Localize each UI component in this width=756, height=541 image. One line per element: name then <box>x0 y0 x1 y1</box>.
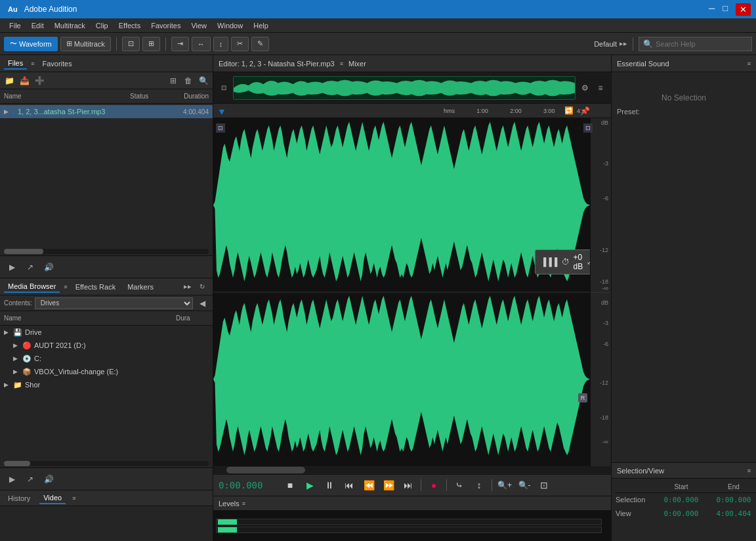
sv-selection-label: Selection <box>616 493 655 507</box>
vbox-icon: 📦 <box>22 368 32 376</box>
multitrack-button[interactable]: ⊞ Multitrack <box>60 37 111 51</box>
next-button[interactable]: ⏭ <box>401 478 415 492</box>
waveform-hscrollbar[interactable] <box>213 467 611 473</box>
search-input[interactable] <box>656 40 747 48</box>
new-folder-btn[interactable]: 📁 <box>3 74 16 87</box>
stop-button[interactable]: ■ <box>283 478 297 492</box>
files-list: ▶ ♪ 1, 2, 3...atasha St-Pier.mp3 4:00.40… <box>0 104 213 248</box>
title-controls[interactable]: ─ □ ✕ <box>709 3 751 16</box>
pause-button[interactable]: ⏸ <box>322 478 337 492</box>
sv-sel-start[interactable]: 0:00.000 <box>655 493 707 507</box>
snap-btn[interactable]: 📌 <box>578 104 591 118</box>
tree-item[interactable]: ▶ 💾 Drive <box>0 326 213 339</box>
toolbar-separator-2 <box>165 37 166 51</box>
tree-item[interactable]: ▶ 📦 VBOX_Virtual-change (E:) <box>0 365 213 378</box>
menu-file[interactable]: File <box>4 22 26 30</box>
search-box[interactable]: 🔍 <box>639 37 752 51</box>
files-tab[interactable]: Files <box>4 58 27 70</box>
loop-on-btn[interactable]: 🔁 <box>562 104 576 118</box>
menu-window[interactable]: Window <box>212 22 248 30</box>
title-left: Au Adobe Audition <box>5 5 77 14</box>
mini-wave[interactable] <box>233 76 576 100</box>
play-button[interactable]: ▶ <box>303 478 317 492</box>
menu-clip[interactable]: Clip <box>91 22 114 30</box>
overview-zoom2-btn[interactable]: ≡ <box>594 81 607 95</box>
menu-multitrack[interactable]: Multitrack <box>49 22 91 30</box>
transport-sep-3 <box>492 479 492 491</box>
hscrollbar-thumb[interactable] <box>226 467 305 473</box>
maximize-button[interactable]: □ <box>723 3 728 16</box>
mixer-tab[interactable]: Mixer <box>348 60 366 68</box>
prev-button[interactable]: ⏮ <box>342 478 356 492</box>
zoom-fit-button[interactable]: ⊡ <box>537 478 551 492</box>
tree-item[interactable]: ▶ 💿 C: <box>0 352 213 365</box>
toolbar-btn-7[interactable]: ✎ <box>251 37 269 51</box>
expand-icon: ▶ <box>4 329 13 335</box>
toolbar-btn-6[interactable]: ✂ <box>231 37 249 51</box>
history-tab[interactable]: History <box>4 493 34 504</box>
sv-view-end[interactable]: 4:00.404 <box>707 507 756 521</box>
record-button[interactable]: ● <box>427 478 441 492</box>
audio-settings-btn[interactable]: 🔊 <box>42 261 55 274</box>
markers-tab[interactable]: Markers <box>123 282 158 292</box>
mb-refresh-btn[interactable]: ↻ <box>196 280 209 293</box>
mb-expand-icon[interactable]: ▸▸ <box>184 282 192 291</box>
loop-button[interactable]: ⤷ <box>452 478 467 492</box>
files-scrollbar[interactable] <box>4 249 209 254</box>
multitrack-icon: ⊞ <box>66 39 72 48</box>
r-channel-badge: R <box>578 393 587 402</box>
toolbar-btn-1[interactable]: ⊡ <box>122 37 140 51</box>
overview-zoom-btn[interactable]: ⊡ <box>217 81 230 95</box>
thumbnail-btn[interactable]: ⊞ <box>167 74 180 87</box>
overview-settings-btn[interactable]: ⚙ <box>578 81 591 95</box>
minimize-button[interactable]: ─ <box>709 3 715 16</box>
tree-item[interactable]: ▶ 📁 Shor <box>0 378 213 391</box>
mb-settings-btn[interactable]: ◀ <box>196 297 209 310</box>
rewind-button[interactable]: ⏪ <box>362 478 376 492</box>
mb-export-btn[interactable]: ↗ <box>24 473 37 486</box>
add-btn[interactable]: ➕ <box>33 74 46 87</box>
waveform-canvas[interactable]: ▐▐▐ ⏱ +0 dB ⤢ L R <box>213 118 590 466</box>
db-n18-label-b: -18 <box>600 414 608 421</box>
menu-help[interactable]: Help <box>248 22 274 30</box>
file-item[interactable]: ▶ ♪ 1, 2, 3...atasha St-Pier.mp3 4:00.40… <box>0 105 213 118</box>
left-panel: Files ≡ Favorites 📁 📥 ➕ ⊞ 🗑 🔍 Name Statu… <box>0 55 213 541</box>
mb-play-btn[interactable]: ▶ <box>5 473 18 486</box>
menu-edit[interactable]: Edit <box>26 22 49 30</box>
toolbar-btn-3[interactable]: ⇥ <box>171 37 189 51</box>
skip-button[interactable]: ↕ <box>472 478 486 492</box>
right-panel: Essential Sound ≡ No Selection Preset: S… <box>612 55 756 541</box>
close-button[interactable]: ✕ <box>736 3 751 16</box>
center-panel: Editor: 1, 2, 3 - Natasha St-Pier.mp3 ≡ … <box>213 55 612 541</box>
toolbar-btn-4[interactable]: ↔ <box>192 37 211 51</box>
sv-content: Start End Duration Selection 0:00.000 0:… <box>612 479 756 523</box>
favorites-tab[interactable]: Favorites <box>39 58 76 69</box>
media-browser-tab[interactable]: Media Browser <box>4 281 60 293</box>
menu-bar: File Edit Multitrack Clip Effects Favori… <box>0 18 756 33</box>
menu-view[interactable]: View <box>186 22 212 30</box>
import-btn[interactable]: 📥 <box>18 74 31 87</box>
sv-view-start[interactable]: 0:00.000 <box>655 507 707 521</box>
sv-sel-end[interactable]: 0:00.000 <box>707 493 756 507</box>
zoom-in-button[interactable]: 🔍+ <box>497 478 512 492</box>
menu-effects[interactable]: Effects <box>114 22 146 30</box>
mb-contents-select[interactable]: Drives <box>35 297 193 309</box>
zoom-out-button[interactable]: 🔍- <box>517 478 532 492</box>
effects-rack-tab[interactable]: Effects Rack <box>72 282 120 292</box>
delete-btn[interactable]: 🗑 <box>182 74 195 87</box>
time-display: 0:00.000 <box>219 480 278 490</box>
gain-popup: ▐▐▐ ⏱ +0 dB ⤢ <box>535 249 590 274</box>
toolbar-btn-5[interactable]: ↕ <box>213 37 229 51</box>
search-files-btn[interactable]: 🔍 <box>197 74 210 87</box>
video-tab[interactable]: Video <box>39 492 66 504</box>
waveform-button[interactable]: 〜 Waveform <box>4 37 58 51</box>
tree-item[interactable]: ▶ 🔴 AUDT 2021 (D:) <box>0 339 213 352</box>
play-preview-btn[interactable]: ▶ <box>5 261 18 274</box>
export-btn[interactable]: ↗ <box>24 261 37 274</box>
menu-favorites[interactable]: Favorites <box>146 22 186 30</box>
forward-button[interactable]: ⏩ <box>381 478 396 492</box>
mb-scrollbar[interactable] <box>4 461 209 466</box>
files-menu-icon: ≡ <box>31 60 34 67</box>
toolbar-btn-2[interactable]: ⊞ <box>142 37 160 51</box>
mb-sound-btn[interactable]: 🔊 <box>42 473 55 486</box>
